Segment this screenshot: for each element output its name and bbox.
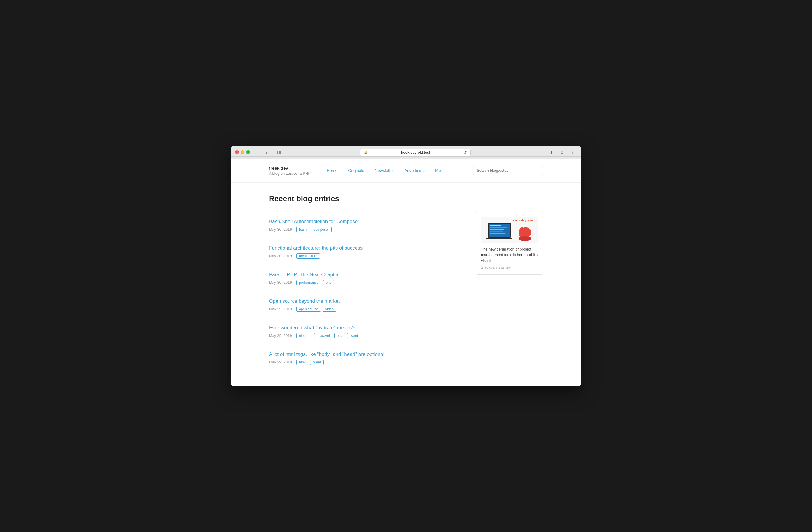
url-text: freek.dev-old.test [369, 150, 462, 155]
entry-date-1: May 30, 2019 [269, 254, 292, 258]
ad-text: The new generation of project management… [481, 246, 538, 264]
svg-rect-2 [279, 152, 281, 153]
ad-via: ADS VIA CARBON [481, 266, 538, 270]
svg-text:⬥ monday.com: ⬥ monday.com [512, 219, 533, 222]
entry-meta-3: May 29, 2019 | open source video [269, 306, 461, 312]
blog-entry: A lot of html tags, like "body" and "hea… [269, 345, 461, 371]
site-nav: Home Originals Newsletter Advertising Me [321, 166, 543, 176]
entry-date-0: May 30, 2019 [269, 227, 292, 232]
tag-architecture[interactable]: architecture [296, 254, 320, 259]
entry-title-4[interactable]: Ever wondered what "hydrate" means? [269, 325, 461, 331]
entry-meta-1: May 30, 2019 | architecture [269, 254, 461, 259]
svg-rect-10 [490, 231, 503, 232]
svg-point-15 [519, 236, 532, 241]
entry-date-4: May 29, 2019 [269, 333, 292, 338]
entry-title-0[interactable]: Bash/Shell Autocompletion for Composer [269, 219, 461, 225]
blog-entry: Parallel PHP: The Next Chapter May 30, 2… [269, 265, 461, 292]
site-branding: freek.dev A blog on Laravel & PHP [269, 166, 321, 176]
section-title: Recent blog entries [269, 194, 461, 203]
entry-date-2: May 30, 2019 [269, 280, 292, 285]
meta-sep-0: | [294, 227, 294, 232]
blog-list: Bash/Shell Autocompletion for Composer M… [269, 212, 461, 371]
back-button[interactable]: ‹ [254, 149, 262, 156]
tab-bar [231, 157, 581, 159]
tag-eloquent[interactable]: eloquent [296, 333, 315, 338]
nav-buttons: ‹ › [254, 149, 270, 156]
entry-meta-0: May 30, 2019 | bash composer [269, 227, 461, 232]
maximize-button[interactable] [246, 150, 250, 154]
entry-meta-2: May 30, 2019 | performance php [269, 280, 461, 285]
tag-composer[interactable]: composer [311, 227, 332, 232]
entry-title-1[interactable]: Functional architecture: the pits of suc… [269, 245, 461, 251]
new-tab-button[interactable]: + [568, 149, 577, 156]
tag-tweet-1[interactable]: tweet [310, 360, 324, 365]
blog-entry: Open source beyond the market May 29, 20… [269, 292, 461, 318]
entry-title-3[interactable]: Open source beyond the market [269, 298, 461, 304]
svg-rect-12 [486, 238, 512, 239]
nav-item-newsletter[interactable]: Newsletter [369, 166, 399, 176]
tag-bash[interactable]: bash [296, 227, 309, 232]
meta-sep-5: | [294, 360, 294, 364]
entry-date-3: May 29, 2019 [269, 307, 292, 311]
tag-open-source[interactable]: open source [296, 306, 321, 312]
tag-php-1[interactable]: php [334, 333, 345, 338]
blog-entry: Bash/Shell Autocompletion for Composer M… [269, 212, 461, 239]
blog-entry: Functional architecture: the pits of suc… [269, 239, 461, 265]
meta-sep-4: | [294, 333, 294, 338]
svg-rect-9 [490, 229, 504, 230]
browser-actions: ⬆ ⧉ + [547, 149, 577, 156]
tag-php-0[interactable]: php [323, 280, 334, 285]
nav-item-originals[interactable]: Originals [343, 166, 369, 176]
entry-title-2[interactable]: Parallel PHP: The Next Chapter [269, 272, 461, 278]
entry-title-5[interactable]: A lot of html tags, like "body" and "hea… [269, 351, 461, 357]
close-button[interactable] [235, 150, 239, 154]
browser-chrome: ‹ › 🔒 freek.dev-old.test ↺ ⬆ ⧉ + [231, 146, 581, 157]
tag-laravel[interactable]: laravel [317, 333, 332, 338]
svg-rect-3 [279, 154, 281, 154]
traffic-lights [235, 150, 250, 154]
address-bar[interactable]: 🔒 freek.dev-old.test ↺ [360, 149, 471, 156]
svg-rect-0 [277, 151, 278, 154]
tag-tweet-0[interactable]: tweet [347, 333, 361, 338]
tag-video[interactable]: video [323, 306, 336, 312]
main-layout: Recent blog entries Bash/Shell Autocompl… [231, 183, 581, 383]
reload-button[interactable]: ↺ [463, 150, 467, 155]
entry-meta-4: May 29, 2019 | eloquent laravel php twee… [269, 333, 461, 338]
entry-meta-5: May 29, 2019 | html tweet [269, 360, 461, 365]
forward-button[interactable]: › [263, 149, 270, 156]
svg-rect-11 [490, 233, 506, 234]
address-bar-container: 🔒 freek.dev-old.test ↺ [286, 149, 544, 156]
ad-card: ⬥ monday.com [476, 212, 543, 275]
tag-performance[interactable]: performance [296, 280, 321, 285]
page-content: freek.dev A blog on Laravel & PHP Home O… [231, 159, 581, 386]
blog-section: Recent blog entries Bash/Shell Autocompl… [269, 194, 461, 371]
browser-window: ‹ › 🔒 freek.dev-old.test ↺ ⬆ ⧉ + [231, 146, 581, 386]
meta-sep-1: | [294, 254, 294, 258]
tag-html[interactable]: html [296, 360, 308, 365]
svg-rect-8 [490, 227, 507, 228]
site-tagline: A blog on Laravel & PHP [269, 171, 321, 176]
ad-image: ⬥ monday.com [481, 217, 538, 243]
ad-sidebar: ⬥ monday.com [476, 212, 543, 275]
meta-sep-3: | [294, 307, 294, 311]
minimize-button[interactable] [241, 150, 244, 154]
sidebar-toggle-button[interactable] [274, 149, 283, 156]
tab-overview-button[interactable]: ⧉ [558, 149, 566, 156]
site-header: freek.dev A blog on Laravel & PHP Home O… [231, 159, 581, 183]
nav-item-advertising[interactable]: Advertising [399, 166, 430, 176]
lock-icon: 🔒 [364, 150, 368, 154]
entry-date-5: May 29, 2019 [269, 360, 292, 364]
nav-item-me[interactable]: Me [430, 166, 446, 176]
nav-item-home[interactable]: Home [321, 166, 343, 176]
svg-rect-7 [490, 225, 502, 226]
site-name[interactable]: freek.dev [269, 166, 321, 171]
blog-entry: Ever wondered what "hydrate" means? May … [269, 318, 461, 345]
svg-rect-1 [279, 151, 281, 152]
search-input[interactable] [473, 166, 543, 175]
meta-sep-2: | [294, 280, 294, 285]
share-button[interactable]: ⬆ [547, 149, 556, 156]
